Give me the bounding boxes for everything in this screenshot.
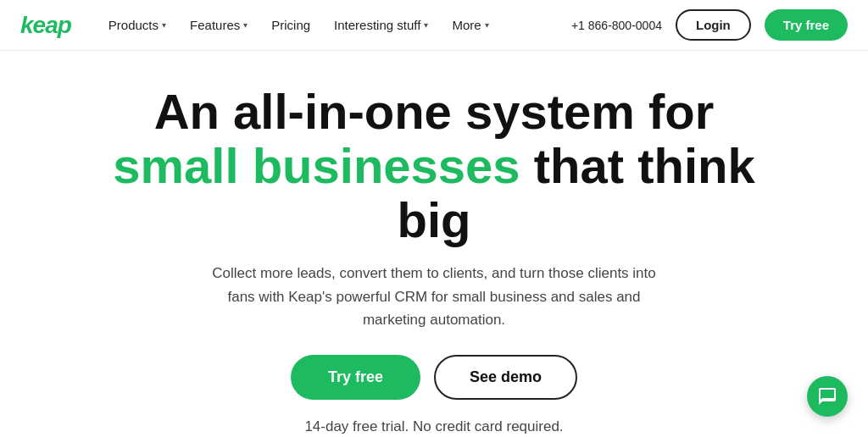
nav-item-pricing[interactable]: Pricing (261, 11, 320, 39)
login-button[interactable]: Login (676, 9, 751, 41)
hero-section: An all-in-one system for small businesse… (0, 51, 868, 437)
nav-item-more[interactable]: More ▾ (442, 11, 498, 39)
try-free-button[interactable]: Try free (291, 355, 420, 400)
nav-item-products[interactable]: Products ▾ (98, 11, 176, 39)
phone-number: +1 866-800-0004 (571, 19, 662, 32)
hero-description: Collect more leads, convert them to clie… (197, 262, 671, 331)
trial-note: 14-day free trial. No credit card requir… (304, 415, 563, 437)
navbar: keap Products ▾ Features ▾ Pricing Inter… (0, 0, 868, 51)
nav-links: Products ▾ Features ▾ Pricing Interestin… (98, 11, 571, 39)
nav-right: +1 866-800-0004 Login Try free (571, 9, 848, 41)
logo[interactable]: keap (20, 12, 71, 39)
chat-icon (817, 386, 837, 407)
chevron-down-icon: ▾ (243, 20, 248, 30)
hero-headline: An all-in-one system for small businesse… (103, 85, 765, 246)
nav-item-features[interactable]: Features ▾ (180, 11, 258, 39)
chevron-down-icon: ▾ (162, 20, 166, 30)
chat-button[interactable] (807, 376, 848, 417)
chevron-down-icon: ▾ (424, 20, 428, 30)
chevron-down-icon: ▾ (485, 20, 489, 30)
nav-item-interesting[interactable]: Interesting stuff ▾ (324, 11, 438, 39)
hero-buttons: Try free See demo (291, 355, 577, 400)
see-demo-button[interactable]: See demo (434, 355, 577, 400)
try-free-nav-button[interactable]: Try free (765, 9, 848, 41)
